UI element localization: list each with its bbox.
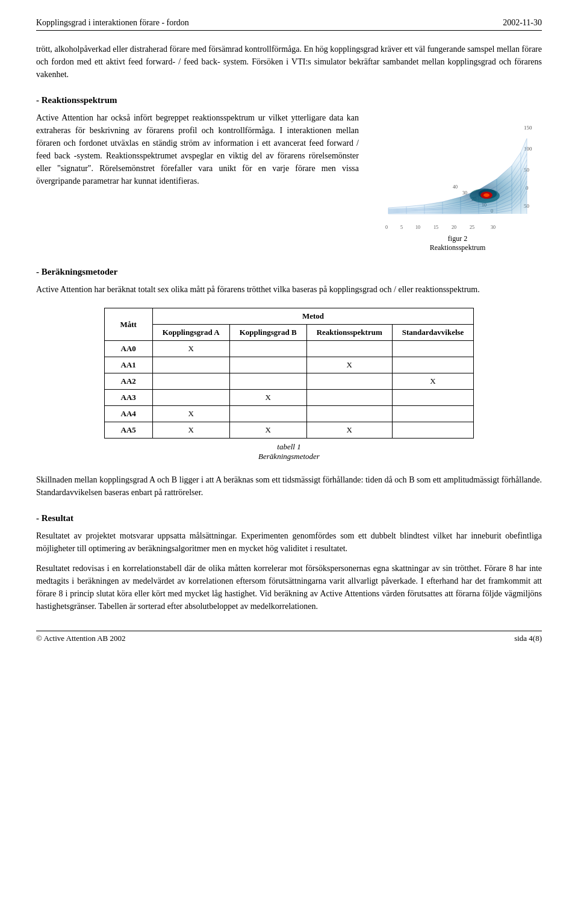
table-cell-koppling_a (152, 357, 229, 373)
table-cell-koppling_a: X (152, 341, 229, 357)
table-cell-standard (392, 357, 474, 373)
svg-marker-19 (388, 139, 527, 214)
section-berak-heading: - Beräkningsmetoder (36, 267, 542, 277)
table-cell-maat: AA4 (104, 406, 152, 422)
resultat-p1: Resultatet av projektet motsvarar uppsat… (36, 529, 542, 555)
table-cell-maat: AA3 (104, 390, 152, 406)
col-standard-header: Standardavvikelse (392, 325, 474, 341)
table-cell-standard (392, 341, 474, 357)
berak-paragraph: Active Attention har beräknat totalt sex… (36, 283, 542, 296)
section-resultat-heading: - Resultat (36, 513, 542, 523)
table-row: AA0X (104, 341, 474, 357)
table-cell-reaktion (306, 373, 392, 390)
table-cell-reaktion (306, 406, 392, 422)
table-cell-reaktion (306, 341, 392, 357)
table-cell-maat: AA5 (104, 422, 152, 439)
svg-text:10: 10 (415, 225, 420, 230)
svg-text:30: 30 (491, 225, 496, 230)
table-cell-koppling_a: X (152, 406, 229, 422)
col-maat-header: Mått (104, 308, 152, 341)
table-cell-maat: AA0 (104, 341, 152, 357)
header-title: Kopplingsgrad i interaktionen förare - f… (36, 18, 189, 28)
table-cell-koppling_b (229, 406, 306, 422)
table-cell-maat: AA1 (104, 357, 152, 373)
table-cell-standard (392, 422, 474, 439)
table-cell-maat: AA2 (104, 373, 152, 390)
col-koppling-b-header: Kopplingsgrad B (229, 325, 306, 341)
table-cell-reaktion: X (306, 357, 392, 373)
reaktion-text: Active Attention har också infört begrep… (36, 111, 359, 252)
table-cell-koppling_b (229, 357, 306, 373)
table-row: AA3X (104, 390, 474, 406)
svg-text:20: 20 (452, 225, 456, 230)
col-metod-header: Metod (152, 308, 474, 325)
svg-text:150: 150 (524, 125, 532, 131)
svg-text:15: 15 (434, 225, 438, 230)
table-cell-standard (392, 390, 474, 406)
table-cell-standard (392, 406, 474, 422)
table-row: AA2X (104, 373, 474, 390)
berak-table-wrapper: Mått Metod Kopplingsgrad A Kopplingsgrad… (36, 308, 542, 461)
berak-table: Mått Metod Kopplingsgrad A Kopplingsgrad… (104, 308, 474, 439)
table-cell-koppling_b: X (229, 422, 306, 439)
footer-page: sida 4(8) (514, 634, 542, 643)
svg-text:0: 0 (385, 225, 388, 230)
col-koppling-a-header: Kopplingsgrad A (152, 325, 229, 341)
reaktion-paragraph: Active Attention har också infört begrep… (36, 111, 359, 187)
page-footer: © Active Attention AB 2002 sida 4(8) (36, 631, 542, 643)
table-cell-standard: X (392, 373, 474, 390)
figure-2-container: 150 100 50 0 50 0 5 10 15 20 25 30 0 10 … (373, 111, 542, 252)
figure-2-plot: 150 100 50 0 50 0 5 10 15 20 25 30 0 10 … (379, 111, 536, 232)
resultat-p2: Resultatet redovisas i en korrelationsta… (36, 562, 542, 613)
svg-text:40: 40 (453, 184, 458, 190)
table-row: AA4X (104, 406, 474, 422)
table-cell-reaktion (306, 390, 392, 406)
svg-text:5: 5 (400, 225, 403, 230)
intro-paragraph: trött, alkoholpåverkad eller distraherad… (36, 43, 542, 81)
skillnad-paragraph: Skillnaden mellan kopplingsgrad A och B … (36, 473, 542, 499)
figure-2-caption: figur 2Reaktionsspektrum (430, 234, 486, 252)
col-reaktion-header: Reaktionsspektrum (306, 325, 392, 341)
table-cell-koppling_a (152, 390, 229, 406)
svg-text:25: 25 (470, 225, 474, 230)
table-cell-koppling_b (229, 341, 306, 357)
table-row: AA1X (104, 357, 474, 373)
reaktion-section-columns: Active Attention har också infört begrep… (36, 111, 542, 252)
table-cell-koppling_b: X (229, 390, 306, 406)
table-cell-koppling_a: X (152, 422, 229, 439)
table-caption: tabell 1 Beräkningsmetoder (258, 442, 320, 461)
svg-point-21 (483, 193, 489, 197)
table-cell-koppling_a (152, 373, 229, 390)
table-row: AA5XXX (104, 422, 474, 439)
table-cell-reaktion: X (306, 422, 392, 439)
section-reaktion-heading: - Reaktionsspektrum (36, 95, 542, 105)
table-cell-koppling_b (229, 373, 306, 390)
header-date: 2002-11-30 (503, 18, 542, 28)
footer-copyright: © Active Attention AB 2002 (36, 634, 126, 643)
page-header: Kopplingsgrad i interaktionen förare - f… (36, 18, 542, 31)
